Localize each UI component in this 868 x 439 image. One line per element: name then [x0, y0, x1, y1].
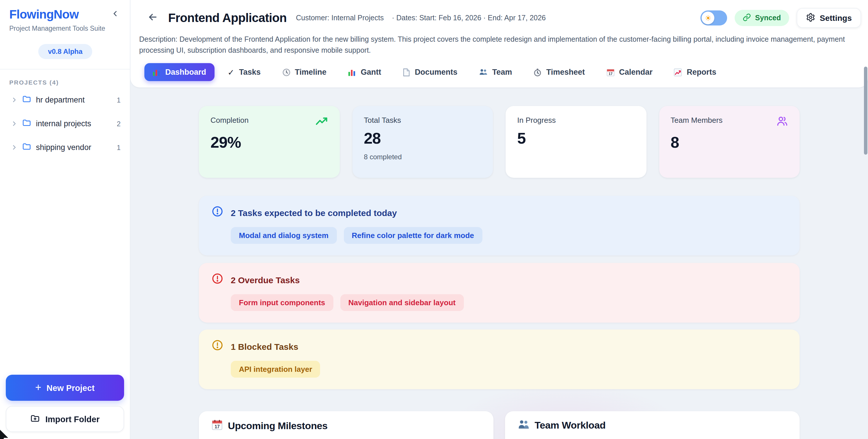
chevron-right-icon: [11, 144, 18, 150]
svg-text:17: 17: [215, 424, 220, 429]
tab-label: Documents: [415, 68, 458, 76]
stats-row: Completion 29% Total Tasks 28 8 complete…: [199, 106, 800, 178]
stat-label: Completion: [211, 116, 249, 125]
task-chip[interactable]: Navigation and sidebar layout: [340, 294, 464, 311]
trending-up-icon: [315, 116, 328, 129]
project-count: 1: [117, 96, 121, 104]
theme-toggle[interactable]: ☀: [701, 10, 727, 26]
alert-circle-icon: [212, 206, 223, 220]
tab-timesheet[interactable]: Timesheet: [525, 63, 593, 81]
tab-label: Reports: [687, 68, 716, 76]
import-folder-button[interactable]: Import Folder: [6, 406, 124, 432]
task-chip[interactable]: API integration layer: [231, 361, 320, 378]
due-today-alert: 2 Tasks expected to be completed today M…: [199, 196, 800, 256]
project-header: Frontend Application Customer: Internal …: [130, 0, 868, 88]
project-name: shipping vendor: [36, 143, 91, 152]
gear-icon: [806, 12, 815, 24]
new-project-label: New Project: [47, 383, 95, 393]
plus-icon: +: [35, 382, 41, 393]
sidebar-collapse-button[interactable]: [108, 8, 121, 21]
folder-icon: [22, 142, 31, 153]
vertical-scrollbar[interactable]: [864, 67, 867, 155]
tab-tasks[interactable]: ✓ Tasks: [219, 63, 269, 81]
task-chip[interactable]: Refine color palette for dark mode: [344, 227, 482, 244]
back-button[interactable]: [145, 10, 160, 26]
tab-documents[interactable]: Documents: [395, 63, 466, 81]
stat-card-completion: Completion 29%: [199, 106, 340, 178]
synced-badge[interactable]: Synced: [735, 10, 789, 26]
customer-meta: Customer: Internal Projects: [296, 14, 384, 22]
sun-icon: ☀: [702, 11, 715, 24]
bar-chart-icon: [348, 68, 356, 76]
sidebar-item-hr-department[interactable]: hr department 1: [0, 88, 130, 112]
tab-label: Team: [492, 68, 512, 76]
calendar-icon: 17: [212, 419, 223, 433]
svg-text:17: 17: [608, 71, 612, 76]
stat-value: 8: [671, 134, 788, 152]
project-count: 2: [117, 120, 121, 128]
tab-team[interactable]: Team: [471, 63, 520, 81]
stat-label: In Progress: [517, 116, 556, 125]
project-name: hr department: [36, 96, 85, 104]
app-window: FlowingNow Project Management Tools Suit…: [0, 0, 868, 439]
tab-label: Timeline: [295, 68, 327, 76]
settings-button[interactable]: Settings: [797, 8, 861, 28]
projects-section-header: PROJECTS (4): [0, 69, 130, 88]
alert-title: 2 Overdue Tasks: [231, 275, 300, 285]
dashboard-content: Completion 29% Total Tasks 28 8 complete…: [130, 88, 868, 439]
chevron-right-icon: [11, 97, 18, 103]
document-icon: [403, 68, 410, 76]
task-chip[interactable]: Form input components: [231, 294, 333, 311]
synced-label: Synced: [755, 14, 781, 22]
stat-sub-label: 8 completed: [364, 153, 481, 161]
tab-label: Tasks: [239, 68, 261, 76]
main-area: Frontend Application Customer: Internal …: [130, 0, 868, 439]
tab-dashboard[interactable]: Dashboard: [144, 63, 214, 81]
alert-circle-icon: [212, 339, 223, 353]
team-workload-panel: Team Workload Alexis Morris 1/5 complete…: [505, 411, 800, 439]
sidebar-item-shipping-vendor[interactable]: shipping vendor 1: [0, 136, 130, 159]
panel-title: Upcoming Milestones: [228, 420, 328, 432]
stat-card-total-tasks: Total Tasks 28 8 completed: [352, 106, 493, 178]
dates-meta: · Dates: Start: Feb 16, 2026 · End: Apr …: [392, 14, 546, 22]
app-logo: FlowingNow: [9, 7, 79, 22]
tab-bar: Dashboard ✓ Tasks Timeline Gantt: [144, 63, 861, 88]
tab-timeline[interactable]: Timeline: [274, 63, 335, 81]
bar-chart-icon: [153, 68, 161, 76]
tab-gantt[interactable]: Gantt: [340, 63, 390, 81]
sidebar: FlowingNow Project Management Tools Suit…: [0, 0, 130, 439]
folder-icon: [22, 118, 31, 129]
calendar-icon: 17: [606, 68, 614, 76]
users-icon: [776, 116, 788, 129]
tab-calendar[interactable]: 17 Calendar: [598, 63, 661, 81]
chevron-right-icon: [11, 121, 18, 127]
settings-label: Settings: [820, 13, 852, 23]
tab-label: Gantt: [361, 68, 381, 76]
upcoming-milestones-panel: 17 Upcoming Milestones Phase 1 — Core UI…: [199, 411, 493, 439]
folder-icon: [22, 94, 31, 105]
stat-value: 28: [364, 130, 481, 148]
stat-value: 29%: [211, 134, 328, 152]
panel-title: Team Workload: [535, 419, 606, 431]
stat-label: Total Tasks: [364, 116, 401, 125]
mouse-cursor: [0, 426, 11, 439]
check-icon: ✓: [227, 68, 234, 76]
stat-value: 5: [517, 130, 634, 148]
sidebar-item-internal-projects[interactable]: internal projects 2: [0, 112, 130, 136]
project-count: 1: [117, 143, 121, 151]
tab-label: Calendar: [619, 68, 653, 76]
new-project-button[interactable]: + New Project: [6, 375, 124, 401]
tab-label: Timesheet: [546, 68, 585, 76]
alert-title: 2 Tasks expected to be completed today: [231, 208, 397, 217]
stat-card-team-members: Team Members 8: [659, 106, 800, 178]
version-badge: v0.8 Alpha: [38, 44, 92, 59]
arrow-left-icon: [147, 11, 158, 25]
alert-circle-icon: [212, 273, 223, 287]
people-icon: [518, 419, 529, 432]
task-chip[interactable]: Modal and dialog system: [231, 227, 337, 244]
tab-label: Dashboard: [165, 68, 206, 76]
folder-plus-icon: [30, 413, 40, 425]
chevron-left-icon: [111, 9, 119, 20]
blocked-alert: 1 Blocked Tasks API integration layer: [199, 330, 800, 389]
tab-reports[interactable]: Reports: [666, 63, 724, 81]
